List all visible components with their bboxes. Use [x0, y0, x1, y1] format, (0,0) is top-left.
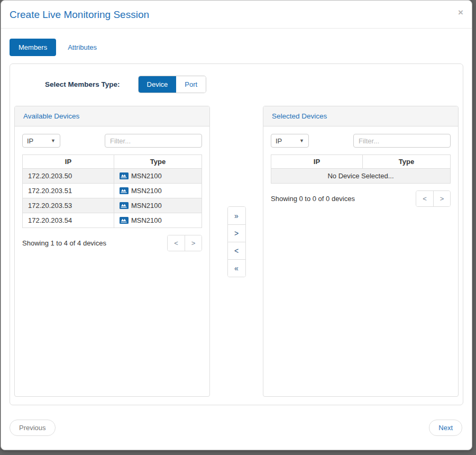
next-button[interactable]: Next: [429, 420, 462, 436]
available-prev-page-button[interactable]: <: [168, 235, 185, 251]
move-all-right-button[interactable]: »: [228, 207, 245, 224]
selected-prev-page-button[interactable]: <: [416, 191, 433, 206]
transfer-column: » > < «: [210, 106, 263, 397]
selected-devices-panel: Selected Devices IP ▼ IP Type: [263, 106, 459, 397]
available-filter-column-value: IP: [27, 137, 33, 145]
device-ip: 172.20.203.54: [23, 213, 114, 228]
available-devices-title: Available Devices: [15, 106, 209, 126]
device-panels: Available Devices IP ▼ IP Type: [10, 93, 463, 397]
member-type-label: Select Members Type:: [45, 80, 120, 88]
create-live-monitoring-dialog: Create Live Monitoring Session × Members…: [1, 0, 472, 450]
device-toggle-button[interactable]: Device: [139, 76, 177, 93]
selected-ip-column-header: IP: [271, 155, 363, 169]
available-type-column-header: Type: [114, 155, 202, 169]
table-row[interactable]: 172.20.203.50 MSN2100: [23, 169, 202, 184]
chevron-down-icon: ▼: [51, 138, 56, 143]
selected-filter-column-select[interactable]: IP ▼: [271, 134, 309, 148]
selected-filter-input[interactable]: [353, 134, 451, 148]
switch-device-icon: [120, 202, 129, 209]
selected-devices-body: IP ▼ IP Type: [263, 126, 458, 396]
available-next-page-button[interactable]: >: [185, 235, 202, 251]
selected-summary: Showing 0 to 0 of 0 devices: [271, 195, 355, 203]
move-right-button[interactable]: >: [228, 224, 245, 242]
tab-attributes[interactable]: Attributes: [68, 43, 97, 51]
dialog-footer: Previous Next: [1, 405, 472, 436]
tab-bar: Members Attributes: [1, 29, 472, 63]
empty-state-text: No Device Selected...: [271, 169, 451, 184]
tab-members[interactable]: Members: [10, 39, 56, 56]
port-toggle-button[interactable]: Port: [176, 76, 206, 93]
available-summary: Showing 1 to 4 of 4 devices: [22, 239, 106, 247]
available-filter-input[interactable]: [105, 134, 202, 148]
close-icon[interactable]: ×: [458, 8, 463, 17]
table-row[interactable]: 172.20.203.53 MSN2100: [23, 198, 202, 213]
member-type-row: Select Members Type: Device Port: [45, 76, 463, 93]
device-type: MSN2100: [131, 187, 162, 195]
empty-state-row: No Device Selected...: [271, 169, 451, 184]
table-row[interactable]: 172.20.203.51 MSN2100: [23, 184, 202, 198]
previous-button[interactable]: Previous: [10, 420, 56, 436]
device-type: MSN2100: [131, 202, 162, 210]
device-type: MSN2100: [131, 172, 162, 180]
selected-pager: < >: [416, 190, 451, 207]
move-left-button[interactable]: <: [228, 242, 245, 259]
device-ip: 172.20.203.51: [23, 184, 114, 198]
available-devices-panel: Available Devices IP ▼ IP Type: [14, 106, 210, 397]
available-filter-column-select[interactable]: IP ▼: [22, 134, 60, 148]
selected-filter-column-value: IP: [276, 137, 282, 145]
available-pager: < >: [167, 235, 202, 251]
move-all-left-button[interactable]: «: [228, 259, 245, 277]
device-ip: 172.20.203.50: [23, 169, 114, 184]
switch-device-icon: [120, 172, 129, 179]
dialog-title: Create Live Monitoring Session: [10, 9, 463, 21]
selected-devices-title: Selected Devices: [263, 106, 458, 126]
device-ip: 172.20.203.53: [23, 198, 114, 213]
members-content: Select Members Type: Device Port Availab…: [10, 63, 463, 405]
device-type: MSN2100: [131, 216, 162, 224]
chevron-down-icon: ▼: [299, 138, 304, 143]
selected-devices-table: IP Type No Device Selected...: [271, 154, 451, 184]
available-devices-body: IP ▼ IP Type: [15, 126, 209, 396]
available-ip-column-header: IP: [23, 155, 114, 169]
dialog-header: Create Live Monitoring Session ×: [1, 1, 472, 29]
selected-type-column-header: Type: [362, 155, 450, 169]
switch-device-icon: [120, 217, 129, 224]
member-type-toggle: Device Port: [139, 76, 206, 93]
table-row[interactable]: 172.20.203.54 MSN2100: [23, 213, 202, 228]
available-devices-table: IP Type 172.20.203.50 MSN2100 172.20.203…: [22, 154, 202, 228]
switch-device-icon: [120, 187, 129, 194]
selected-next-page-button[interactable]: >: [433, 191, 450, 206]
